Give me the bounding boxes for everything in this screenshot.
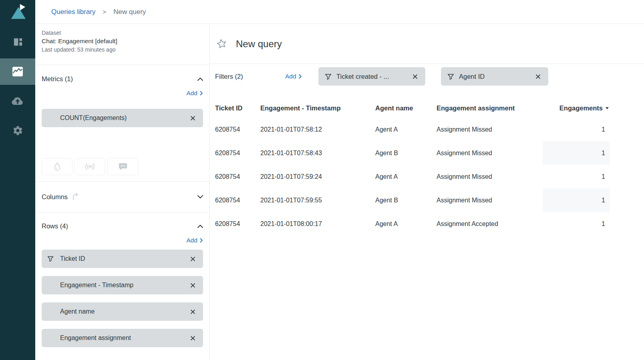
cell-assignment: Assignment Missed <box>437 118 543 141</box>
rows-collapse-button[interactable] <box>197 225 203 228</box>
filter-icon <box>447 73 454 80</box>
metric-toolbar <box>42 158 203 175</box>
columns-title: Columns <box>42 193 68 201</box>
explore-logo[interactable] <box>0 0 35 23</box>
cell-agent-name: Agent B <box>375 188 437 212</box>
metrics-add-label: Add <box>186 90 197 97</box>
column-header-engagement-assignment[interactable]: Engagement assignment <box>437 98 543 118</box>
query-title-block: New query <box>210 24 644 64</box>
breadcrumb-separator: > <box>103 8 107 15</box>
dataset-info: Dataset Chat: Engagement [default] Last … <box>35 24 209 65</box>
sort-desc-icon <box>606 107 609 109</box>
rows-title: Rows (4) <box>42 222 68 230</box>
app-sidebar <box>0 0 35 360</box>
comment-icon <box>119 163 127 171</box>
cell-ticket-id: 6208754 <box>215 188 260 212</box>
favorite-star-icon[interactable] <box>215 38 228 50</box>
breadcrumb: Queries library > New query <box>35 0 644 24</box>
dataset-label: Dataset <box>42 30 203 36</box>
sidebar-item-dashboards[interactable] <box>0 31 35 52</box>
sidebar-item-settings[interactable] <box>0 120 35 141</box>
chevron-right-icon <box>200 238 203 243</box>
columns-section: Columns <box>35 182 209 212</box>
metrics-section: Metrics (1) Add COUNT(Engagements) <box>35 75 209 182</box>
cell-agent-name: Agent A <box>375 118 437 141</box>
table-row: 6208754 2021-01-01T08:00:17 Agent A Assi… <box>215 212 644 236</box>
chevron-right-icon <box>299 74 302 79</box>
columns-expand-button[interactable] <box>197 195 203 198</box>
row-chip-label: Engagement assignment <box>60 334 131 342</box>
sidebar-item-queries[interactable] <box>0 58 35 85</box>
cell-ticket-id: 6208754 <box>215 141 260 165</box>
metric-chip[interactable]: COUNT(Engagements) <box>42 109 203 127</box>
filter-chip-agent-id[interactable]: Agent ID <box>441 67 548 86</box>
data-upload-icon <box>11 96 24 106</box>
dataset-name: Chat: Engagement [default] <box>42 38 203 45</box>
metric-format-button[interactable] <box>42 158 72 175</box>
metric-broadcast-button[interactable] <box>74 158 105 175</box>
table-row: 6208754 2021-01-01T07:58:43 Agent B Assi… <box>215 141 644 165</box>
dataset-last-updated: Last updated: 53 minutes ago <box>42 46 203 53</box>
filter-icon <box>325 73 332 80</box>
query-config-panel: Dataset Chat: Engagement [default] Last … <box>35 24 210 360</box>
filter-chip-label: Ticket created - ... <box>336 73 389 80</box>
remove-filter-button[interactable] <box>534 73 542 80</box>
remove-row-button[interactable] <box>189 334 197 342</box>
rows-add-button[interactable]: Add <box>186 236 203 245</box>
cell-assignment: Assignment Missed <box>437 141 543 165</box>
chevron-right-icon <box>200 91 203 96</box>
filters-bar: Filters (2) Add Ticket created - ... Age… <box>210 67 644 86</box>
remove-metric-button[interactable] <box>189 114 197 122</box>
cell-timestamp: 2021-01-01T08:00:17 <box>260 212 375 236</box>
cell-timestamp: 2021-01-01T07:58:12 <box>260 118 375 141</box>
broadcast-icon <box>85 163 95 170</box>
metric-comment-button[interactable] <box>107 158 138 175</box>
metrics-title: Metrics (1) <box>42 75 73 83</box>
sidebar-item-data-upload[interactable] <box>0 90 35 111</box>
cell-engagements: 1 <box>543 141 610 165</box>
row-chip-agent-name[interactable]: Agent name <box>42 302 203 321</box>
breadcrumb-link-queries-library[interactable]: Queries library <box>51 8 96 16</box>
close-icon <box>191 283 195 288</box>
row-chip-engagement-timestamp[interactable]: Engagement - Timestamp <box>42 276 203 294</box>
cell-assignment: Assignment Missed <box>437 165 543 188</box>
metric-chip-label: COUNT(Engagements) <box>60 114 127 122</box>
close-icon <box>191 336 195 340</box>
close-icon <box>413 74 417 79</box>
filters-label: Filters (2) <box>215 67 243 86</box>
close-icon <box>191 310 195 314</box>
filter-icon <box>47 256 54 262</box>
close-icon <box>536 74 540 79</box>
row-chip-label: Agent name <box>60 308 95 315</box>
rows-add-label: Add <box>186 237 197 244</box>
row-chip-label: Engagement - Timestamp <box>60 282 133 289</box>
filters-add-button[interactable]: Add <box>285 73 302 80</box>
chevron-up-icon <box>197 225 203 228</box>
droplet-icon <box>54 162 61 171</box>
cell-ticket-id: 6208754 <box>215 165 260 188</box>
remove-row-button[interactable] <box>189 282 197 289</box>
metrics-add-button[interactable]: Add <box>186 89 203 98</box>
column-header-engagement-timestamp[interactable]: Engagement - Timestamp <box>260 98 375 118</box>
cell-ticket-id: 6208754 <box>215 212 260 236</box>
column-header-agent-name[interactable]: Agent name <box>375 98 437 118</box>
column-header-label: Engagements <box>559 104 603 112</box>
cell-timestamp: 2021-01-01T07:59:55 <box>260 188 375 212</box>
remove-filter-button[interactable] <box>411 73 419 80</box>
metrics-collapse-button[interactable] <box>197 78 203 81</box>
cell-assignment: Assignment Missed <box>437 188 543 212</box>
cell-ticket-id: 6208754 <box>215 118 260 141</box>
column-header-ticket-id[interactable]: Ticket ID <box>215 98 260 118</box>
column-header-engagements[interactable]: Engagements <box>543 98 610 118</box>
close-icon <box>191 116 195 120</box>
filter-chip-ticket-created[interactable]: Ticket created - ... <box>318 67 425 86</box>
breadcrumb-current: New query <box>113 8 146 16</box>
row-chip-ticket-id[interactable]: Ticket ID <box>42 250 203 268</box>
cell-engagements: 1 <box>543 188 610 212</box>
remove-row-button[interactable] <box>189 308 197 316</box>
chevron-up-icon <box>197 78 203 81</box>
cell-engagements: 1 <box>543 118 610 141</box>
remove-row-button[interactable] <box>189 255 197 263</box>
results-table: Ticket ID Engagement - Timestamp Agent n… <box>215 98 644 236</box>
row-chip-engagement-assignment[interactable]: Engagement assignment <box>42 329 203 347</box>
